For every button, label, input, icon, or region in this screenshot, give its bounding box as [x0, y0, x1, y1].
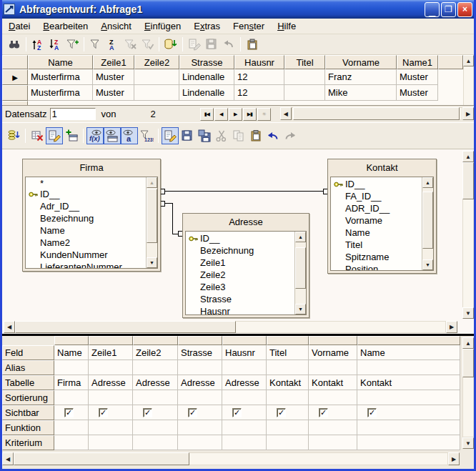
- grid-column-header[interactable]: [89, 336, 133, 345]
- grid-cell-feld[interactable]: Name: [54, 345, 89, 360]
- menu-extras[interactable]: Extras: [187, 19, 227, 33]
- grid-cell-sichtbar[interactable]: ✓: [357, 405, 460, 420]
- apply-filter-button[interactable]: [139, 36, 156, 53]
- visible-checkbox[interactable]: ✓: [319, 408, 328, 417]
- data-cell[interactable]: Musterfirma: [28, 69, 93, 85]
- save-button[interactable]: [179, 127, 196, 144]
- visible-checkbox[interactable]: ✓: [367, 408, 377, 417]
- grid-cell-sortierung[interactable]: [357, 390, 460, 405]
- column-header-name[interactable]: Name: [28, 55, 93, 69]
- data-cell[interactable]: 12: [234, 85, 284, 101]
- grid-column-header[interactable]: [267, 336, 309, 345]
- undo-button[interactable]: [264, 127, 282, 144]
- design-table-adresse[interactable]: AdresseID__BezeichnungZeile1Zeile2Zeile3…: [182, 213, 309, 318]
- grid-cell-tabelle[interactable]: Adresse: [178, 375, 222, 390]
- field-spitzname[interactable]: Spitzname: [331, 251, 422, 263]
- field-name[interactable]: Name: [26, 224, 146, 237]
- column-header-hausnr[interactable]: Hausnr: [234, 55, 284, 69]
- field-titel[interactable]: Titel: [331, 239, 422, 251]
- column-header-zeile1[interactable]: Zeile1: [93, 55, 134, 69]
- data-cell[interactable]: Mike: [325, 85, 397, 101]
- grid-cell-kriterium[interactable]: [133, 435, 178, 450]
- grid-hscroll-thumb[interactable]: [14, 452, 189, 465]
- grid-cell-funktion[interactable]: [309, 420, 357, 435]
- grid-cell-kriterium[interactable]: [357, 435, 460, 450]
- data-cell[interactable]: 12: [234, 69, 284, 85]
- column-header-vorname[interactable]: Vorname: [325, 55, 397, 69]
- grid-row-header-sortierung[interactable]: Sortierung: [2, 390, 54, 405]
- maximize-button[interactable]: ❐: [441, 2, 456, 17]
- field-adr-id-[interactable]: Adr_ID__: [26, 200, 146, 212]
- grid-hscroll-right[interactable]: ▶: [448, 452, 460, 465]
- grid-cell-sortierung[interactable]: [309, 390, 357, 405]
- scroll-thumb[interactable]: [422, 192, 433, 249]
- data-cell[interactable]: [134, 69, 179, 85]
- clear-query-button[interactable]: [29, 127, 46, 144]
- grid-cell-kriterium[interactable]: [178, 435, 222, 450]
- header-corner[interactable]: [2, 55, 28, 69]
- design-table-title[interactable]: Firma: [23, 159, 160, 175]
- grid-cell-alias[interactable]: [54, 360, 89, 375]
- design-table-title[interactable]: Adresse: [183, 214, 309, 229]
- visible-checkbox[interactable]: ✓: [277, 408, 286, 417]
- minimize-button[interactable]: ▁: [425, 2, 440, 17]
- grid-cell-kriterium[interactable]: [309, 435, 357, 450]
- field-zeile3[interactable]: Zeile3: [186, 281, 294, 293]
- grid-cell-sortierung[interactable]: [54, 390, 89, 405]
- field-kundennummer[interactable]: KundenNummer: [26, 249, 146, 261]
- grid-vscroll-up[interactable]: ▲: [462, 337, 474, 349]
- grid-cell-tabelle[interactable]: Firma: [54, 375, 89, 390]
- visible-checkbox[interactable]: ✓: [232, 408, 242, 417]
- edit-data-button[interactable]: [186, 36, 203, 53]
- field-*[interactable]: *: [26, 178, 146, 188]
- menu-hilfe[interactable]: Hilfe: [271, 19, 302, 33]
- field-strasse[interactable]: Strasse: [186, 293, 294, 305]
- join-anchor[interactable]: [161, 189, 165, 194]
- scroll-down-button[interactable]: ▼: [295, 304, 306, 314]
- menu-fenster[interactable]: Fenster: [227, 19, 271, 33]
- design-vscroll-thumb[interactable]: [462, 162, 474, 199]
- copy-button[interactable]: [230, 127, 247, 144]
- grid-vscroll-down[interactable]: ▼: [462, 437, 474, 449]
- column-header-titel[interactable]: Titel: [284, 55, 325, 69]
- field-id-[interactable]: ID__: [186, 232, 294, 244]
- grid-cell-alias[interactable]: [357, 360, 460, 375]
- grid-cell-sichtbar[interactable]: ✓: [222, 405, 267, 420]
- grid-cell-tabelle[interactable]: Kontakt: [357, 375, 460, 390]
- grid-cell-tabelle[interactable]: Adresse: [222, 375, 267, 390]
- data-cell[interactable]: Muster: [93, 85, 134, 101]
- menu-einfgen[interactable]: Einfügen: [138, 19, 187, 33]
- title-bar[interactable]: Abfrageentwurf: Abfrage1 ▁ ❐ ×: [0, 0, 476, 19]
- table-name-button[interactable]: [104, 127, 121, 144]
- refresh-data-button[interactable]: [162, 36, 179, 53]
- grid-row-header-kriterium[interactable]: Kriterium: [2, 435, 54, 450]
- sort-ascending-button[interactable]: AZ: [29, 36, 46, 53]
- data-cell[interactable]: Muster: [397, 85, 438, 101]
- scroll-up-button[interactable]: ▲: [422, 177, 433, 188]
- scroll-down-button[interactable]: ▼: [422, 259, 433, 270]
- field-position[interactable]: Position: [331, 263, 422, 270]
- add-table-button[interactable]: [63, 127, 80, 144]
- design-view-onoff-button[interactable]: [46, 127, 63, 144]
- join-anchor[interactable]: [323, 189, 327, 194]
- redo-button[interactable]: [282, 127, 299, 144]
- scroll-down-button[interactable]: ▼: [147, 257, 157, 268]
- data-cell[interactable]: Franz: [325, 69, 397, 85]
- column-header-strasse[interactable]: Strasse: [179, 55, 234, 69]
- grid-column-header[interactable]: [357, 336, 460, 345]
- data-cell[interactable]: [134, 85, 179, 101]
- design-table-kontakt[interactable]: KontaktID__FA_ID__ADR_ID__VornameNameTit…: [327, 159, 437, 274]
- grid-cell-funktion[interactable]: [133, 420, 178, 435]
- data-cell[interactable]: Lindenalle: [179, 85, 234, 101]
- nav-hscroll-thumb[interactable]: [293, 107, 460, 120]
- table-vscroll-up[interactable]: ▲: [463, 55, 474, 66]
- column-header-name1[interactable]: Name1: [397, 55, 438, 69]
- grid-hscroll-left[interactable]: ◀: [2, 452, 14, 465]
- grid-cell-kriterium[interactable]: [222, 435, 267, 450]
- row-selector[interactable]: ▶: [2, 69, 28, 85]
- grid-cell-alias[interactable]: [309, 360, 357, 375]
- grid-cell-feld[interactable]: Titel: [267, 345, 309, 360]
- field-name2[interactable]: Name2: [26, 237, 146, 249]
- grid-cell-sichtbar[interactable]: ✓: [54, 405, 89, 420]
- grid-column-header[interactable]: [178, 336, 222, 345]
